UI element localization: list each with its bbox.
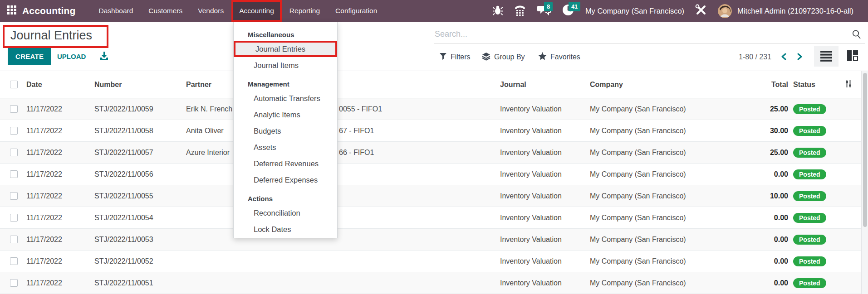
table-row[interactable]: 11/17/2022STJ/2022/11/0057Azure Interior…	[0, 142, 868, 164]
nav-item-customers[interactable]: Customers	[141, 0, 190, 22]
column-header-total[interactable]: Total	[704, 71, 788, 98]
cell-reference: 67 - FIFO1	[339, 120, 374, 141]
row-checkbox[interactable]	[10, 272, 18, 294]
dropdown-item-journal-items[interactable]: Journal Items	[234, 57, 337, 73]
dropdown-item-deferred-revenues[interactable]: Deferred Revenues	[234, 155, 337, 172]
cell-journal: Inventory Valuation	[500, 185, 562, 207]
row-checkbox[interactable]	[10, 98, 18, 120]
dropdown-item-reconciliation[interactable]: Reconciliation	[234, 205, 337, 221]
favorites-label: Favorites	[550, 53, 580, 61]
column-header-status[interactable]: Status	[793, 71, 815, 98]
dropdown-item-lock-dates[interactable]: Lock Dates	[234, 221, 337, 237]
dropdown-item-assets[interactable]: Assets	[234, 139, 337, 155]
vertical-scrollbar[interactable]	[861, 71, 868, 294]
cell-status: Posted	[793, 229, 826, 250]
cell-journal: Inventory Valuation	[500, 207, 562, 228]
dropdown-section-heading: Miscellaneous	[248, 31, 337, 39]
create-button[interactable]: CREATE	[8, 48, 51, 65]
cell-journal: Inventory Valuation	[500, 164, 562, 185]
table-row[interactable]: 11/17/2022STJ/2022/11/0059Erik N. French…	[0, 98, 868, 120]
crossed-tools-icon	[695, 4, 707, 18]
table-row[interactable]: 11/17/2022STJ/2022/11/0056Inventory Valu…	[0, 164, 868, 185]
filters-button[interactable]: Filters	[439, 50, 471, 64]
nav-item-vendors[interactable]: Vendors	[190, 0, 231, 22]
column-header-journal[interactable]: Journal	[500, 71, 526, 98]
pager-next-button[interactable]	[793, 52, 806, 63]
pager-previous-button[interactable]	[778, 52, 790, 63]
kanban-view-icon	[847, 50, 858, 63]
list-view-button[interactable]	[814, 46, 839, 67]
column-header-date[interactable]: Date	[26, 71, 42, 98]
export-button[interactable]	[99, 51, 109, 62]
nav-item-reporting[interactable]: Reporting	[282, 0, 328, 22]
cell-company: My Company (San Francisco)	[590, 185, 686, 207]
favorites-button[interactable]: Favorites	[538, 50, 580, 64]
debug-mode-button[interactable]	[487, 0, 508, 22]
row-checkbox[interactable]	[10, 229, 18, 250]
row-checkbox[interactable]	[10, 185, 18, 207]
table-row[interactable]: 11/17/2022STJ/2022/11/0051Inventory Valu…	[0, 272, 868, 294]
nav-item-accounting[interactable]: Accounting	[231, 0, 282, 22]
search-input[interactable]	[434, 25, 865, 43]
cell-company: My Company (San Francisco)	[590, 251, 686, 272]
status-badge: Posted	[793, 148, 826, 158]
row-checkbox[interactable]	[10, 142, 18, 163]
app-brand-title[interactable]: Accounting	[22, 0, 91, 22]
search-button[interactable]	[851, 29, 862, 41]
company-switcher[interactable]: My Company (San Francisco)	[580, 7, 690, 15]
row-checkbox[interactable]	[10, 207, 18, 228]
dropdown-item-budgets[interactable]: Budgets	[234, 123, 337, 139]
activities-count-badge: 41	[569, 2, 580, 11]
cell-date: 11/17/2022	[26, 120, 62, 141]
row-checkbox[interactable]	[10, 164, 18, 185]
apps-menu-button[interactable]	[0, 0, 22, 22]
messages-button[interactable]: 8	[532, 0, 556, 22]
cell-partner: Erik N. French	[186, 98, 232, 120]
control-panel: Journal Entries CREATE UPLOAD Filters	[0, 22, 868, 71]
user-name: Mitchell Admin (21097230-16-0-all)	[732, 7, 859, 15]
dropdown-item-deferred-expenses[interactable]: Deferred Expenses	[234, 172, 337, 188]
cell-journal: Inventory Valuation	[500, 120, 562, 141]
column-header-company[interactable]: Company	[590, 71, 623, 98]
optional-columns-button[interactable]	[844, 71, 853, 98]
status-badge: Posted	[793, 104, 826, 114]
group-by-button[interactable]: Group By	[482, 50, 525, 64]
nav-item-dashboard[interactable]: Dashboard	[91, 0, 141, 22]
download-icon	[99, 55, 109, 62]
phone-dialer-icon	[514, 4, 526, 18]
support-tools-button[interactable]	[690, 0, 712, 22]
column-header-number[interactable]: Number	[94, 71, 122, 98]
dropdown-item-automatic-transfers[interactable]: Automatic Transfers	[234, 90, 337, 106]
table-row[interactable]: 11/17/2022STJ/2022/11/0053Inventory Valu…	[0, 229, 868, 251]
column-header-partner[interactable]: Partner	[186, 71, 211, 98]
checkbox-icon	[10, 149, 18, 156]
user-menu[interactable]: Mitchell Admin (21097230-16-0-all)	[712, 0, 864, 22]
cell-status: Posted	[793, 251, 826, 272]
select-all-checkbox[interactable]	[10, 71, 18, 98]
table-row[interactable]: 11/17/2022STJ/2022/11/0055Inventory Valu…	[0, 185, 868, 207]
navbar-left: Accounting DashboardCustomersVendorsAcco…	[0, 0, 385, 22]
row-checkbox[interactable]	[10, 120, 18, 141]
activities-button[interactable]: 41	[556, 0, 580, 22]
dropdown-item-analytic-items[interactable]: Analytic Items	[234, 106, 337, 123]
cell-status: Posted	[793, 207, 826, 228]
upload-button[interactable]: UPLOAD	[54, 48, 89, 65]
table-row[interactable]: 11/17/2022STJ/2022/11/0058Anita Oliver67…	[0, 120, 868, 142]
main-menu: DashboardCustomersVendorsAccountingRepor…	[91, 0, 385, 22]
cell-total: 25.00	[704, 142, 788, 163]
cell-status: Posted	[793, 164, 826, 185]
chevron-right-icon	[796, 55, 803, 62]
table-row[interactable]: 11/17/2022STJ/2022/11/0052Inventory Valu…	[0, 251, 868, 272]
cell-company: My Company (San Francisco)	[590, 142, 686, 163]
kanban-view-button[interactable]	[840, 46, 865, 67]
scrollbar-thumb[interactable]	[863, 73, 867, 227]
cell-date: 11/17/2022	[26, 185, 62, 207]
table-row[interactable]: 11/17/2022STJ/2022/11/0054Inventory Valu…	[0, 207, 868, 229]
dropdown-item-journal-entries[interactable]: Journal Entries	[234, 41, 337, 57]
bug-icon	[493, 5, 503, 17]
voip-button[interactable]	[508, 0, 532, 22]
cell-date: 11/17/2022	[26, 251, 62, 272]
cell-date: 11/17/2022	[26, 229, 62, 250]
row-checkbox[interactable]	[10, 251, 18, 272]
nav-item-configuration[interactable]: Configuration	[328, 0, 385, 22]
